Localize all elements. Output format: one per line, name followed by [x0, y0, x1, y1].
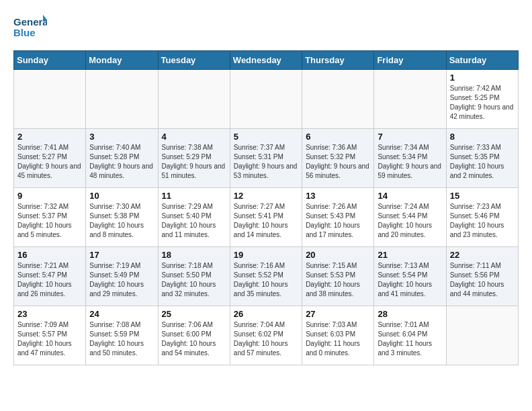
calendar-cell [158, 70, 230, 129]
svg-text:Blue: Blue [13, 27, 36, 38]
calendar-cell: 6Sunrise: 7:36 AM Sunset: 5:32 PM Daylig… [302, 129, 374, 188]
weekday-header-saturday: Saturday [446, 51, 518, 70]
calendar-cell: 8Sunrise: 7:33 AM Sunset: 5:35 PM Daylig… [446, 129, 518, 188]
day-number: 9 [17, 191, 82, 201]
day-number: 18 [162, 250, 226, 260]
day-number: 20 [306, 250, 370, 260]
calendar-cell: 2Sunrise: 7:41 AM Sunset: 5:27 PM Daylig… [14, 129, 86, 188]
calendar-cell: 7Sunrise: 7:34 AM Sunset: 5:34 PM Daylig… [374, 129, 446, 188]
calendar-cell [230, 70, 302, 129]
calendar-cell: 21Sunrise: 7:13 AM Sunset: 5:54 PM Dayli… [374, 247, 446, 306]
day-info: Sunrise: 7:34 AM Sunset: 5:34 PM Dayligh… [378, 143, 442, 181]
calendar-cell: 3Sunrise: 7:40 AM Sunset: 5:28 PM Daylig… [86, 129, 158, 188]
day-info: Sunrise: 7:30 AM Sunset: 5:38 PM Dayligh… [89, 202, 154, 240]
day-number: 3 [89, 132, 154, 142]
day-number: 15 [450, 191, 515, 201]
calendar-cell: 22Sunrise: 7:11 AM Sunset: 5:56 PM Dayli… [446, 247, 518, 306]
day-number: 12 [234, 191, 298, 201]
svg-text:General: General [13, 16, 47, 28]
calendar-cell [374, 70, 446, 129]
day-info: Sunrise: 7:24 AM Sunset: 5:44 PM Dayligh… [378, 202, 442, 240]
logo-svg: General Blue [13, 13, 47, 44]
day-number: 16 [17, 250, 82, 260]
calendar-cell: 5Sunrise: 7:37 AM Sunset: 5:31 PM Daylig… [230, 129, 302, 188]
day-number: 14 [378, 191, 442, 201]
day-info: Sunrise: 7:41 AM Sunset: 5:27 PM Dayligh… [17, 143, 82, 181]
day-number: 4 [162, 132, 226, 142]
calendar-week-row: 2Sunrise: 7:41 AM Sunset: 5:27 PM Daylig… [14, 129, 519, 188]
header: General Blue [13, 13, 519, 44]
calendar-cell: 27Sunrise: 7:03 AM Sunset: 6:03 PM Dayli… [302, 306, 374, 365]
day-info: Sunrise: 7:38 AM Sunset: 5:29 PM Dayligh… [162, 143, 226, 181]
calendar-table: SundayMondayTuesdayWednesdayThursdayFrid… [13, 50, 519, 365]
calendar-cell: 23Sunrise: 7:09 AM Sunset: 5:57 PM Dayli… [14, 306, 86, 365]
weekday-header-sunday: Sunday [14, 51, 86, 70]
calendar-cell: 24Sunrise: 7:08 AM Sunset: 5:59 PM Dayli… [86, 306, 158, 365]
calendar-cell: 10Sunrise: 7:30 AM Sunset: 5:38 PM Dayli… [86, 188, 158, 247]
day-info: Sunrise: 7:21 AM Sunset: 5:47 PM Dayligh… [17, 261, 82, 299]
day-number: 1 [450, 73, 515, 83]
day-info: Sunrise: 7:32 AM Sunset: 5:37 PM Dayligh… [17, 202, 82, 240]
weekday-header-monday: Monday [86, 51, 158, 70]
calendar-cell: 19Sunrise: 7:16 AM Sunset: 5:52 PM Dayli… [230, 247, 302, 306]
day-info: Sunrise: 7:23 AM Sunset: 5:46 PM Dayligh… [450, 202, 515, 240]
calendar-cell [86, 70, 158, 129]
day-number: 13 [306, 191, 370, 201]
calendar-cell: 26Sunrise: 7:04 AM Sunset: 6:02 PM Dayli… [230, 306, 302, 365]
calendar-week-row: 16Sunrise: 7:21 AM Sunset: 5:47 PM Dayli… [14, 247, 519, 306]
day-info: Sunrise: 7:04 AM Sunset: 6:02 PM Dayligh… [234, 320, 298, 358]
day-number: 19 [234, 250, 298, 260]
calendar-cell [14, 70, 86, 129]
day-number: 7 [378, 132, 442, 142]
day-info: Sunrise: 7:27 AM Sunset: 5:41 PM Dayligh… [234, 202, 298, 240]
calendar-cell: 15Sunrise: 7:23 AM Sunset: 5:46 PM Dayli… [446, 188, 518, 247]
day-number: 26 [234, 309, 298, 319]
day-info: Sunrise: 7:29 AM Sunset: 5:40 PM Dayligh… [162, 202, 226, 240]
calendar-cell: 11Sunrise: 7:29 AM Sunset: 5:40 PM Dayli… [158, 188, 230, 247]
calendar-week-row: 9Sunrise: 7:32 AM Sunset: 5:37 PM Daylig… [14, 188, 519, 247]
day-number: 25 [162, 309, 226, 319]
day-info: Sunrise: 7:18 AM Sunset: 5:50 PM Dayligh… [162, 261, 226, 299]
calendar-cell: 25Sunrise: 7:06 AM Sunset: 6:00 PM Dayli… [158, 306, 230, 365]
day-number: 8 [450, 132, 515, 142]
day-number: 24 [89, 309, 154, 319]
day-info: Sunrise: 7:15 AM Sunset: 5:53 PM Dayligh… [306, 261, 370, 299]
calendar-cell: 12Sunrise: 7:27 AM Sunset: 5:41 PM Dayli… [230, 188, 302, 247]
calendar-cell: 17Sunrise: 7:19 AM Sunset: 5:49 PM Dayli… [86, 247, 158, 306]
day-info: Sunrise: 7:42 AM Sunset: 5:25 PM Dayligh… [450, 84, 515, 122]
day-number: 27 [306, 309, 370, 319]
calendar-cell: 4Sunrise: 7:38 AM Sunset: 5:29 PM Daylig… [158, 129, 230, 188]
calendar-cell [446, 306, 518, 365]
calendar-cell: 20Sunrise: 7:15 AM Sunset: 5:53 PM Dayli… [302, 247, 374, 306]
day-info: Sunrise: 7:09 AM Sunset: 5:57 PM Dayligh… [17, 320, 82, 358]
calendar-cell: 9Sunrise: 7:32 AM Sunset: 5:37 PM Daylig… [14, 188, 86, 247]
weekday-header-row: SundayMondayTuesdayWednesdayThursdayFrid… [14, 51, 519, 70]
calendar-cell: 18Sunrise: 7:18 AM Sunset: 5:50 PM Dayli… [158, 247, 230, 306]
day-info: Sunrise: 7:19 AM Sunset: 5:49 PM Dayligh… [89, 261, 154, 299]
calendar-cell: 13Sunrise: 7:26 AM Sunset: 5:43 PM Dayli… [302, 188, 374, 247]
day-number: 6 [306, 132, 370, 142]
calendar-cell [302, 70, 374, 129]
day-info: Sunrise: 7:33 AM Sunset: 5:35 PM Dayligh… [450, 143, 515, 181]
day-number: 22 [450, 250, 515, 260]
day-info: Sunrise: 7:06 AM Sunset: 6:00 PM Dayligh… [162, 320, 226, 358]
day-info: Sunrise: 7:37 AM Sunset: 5:31 PM Dayligh… [234, 143, 298, 181]
day-number: 11 [162, 191, 226, 201]
logo: General Blue [13, 13, 47, 44]
day-info: Sunrise: 7:03 AM Sunset: 6:03 PM Dayligh… [306, 320, 370, 358]
day-info: Sunrise: 7:16 AM Sunset: 5:52 PM Dayligh… [234, 261, 298, 299]
weekday-header-thursday: Thursday [302, 51, 374, 70]
day-number: 2 [17, 132, 82, 142]
day-info: Sunrise: 7:40 AM Sunset: 5:28 PM Dayligh… [89, 143, 154, 181]
weekday-header-friday: Friday [374, 51, 446, 70]
day-number: 17 [89, 250, 154, 260]
weekday-header-tuesday: Tuesday [158, 51, 230, 70]
day-number: 23 [17, 309, 82, 319]
day-number: 28 [378, 309, 442, 319]
weekday-header-wednesday: Wednesday [230, 51, 302, 70]
calendar-week-row: 23Sunrise: 7:09 AM Sunset: 5:57 PM Dayli… [14, 306, 519, 365]
calendar-week-row: 1Sunrise: 7:42 AM Sunset: 5:25 PM Daylig… [14, 70, 519, 129]
calendar-cell: 16Sunrise: 7:21 AM Sunset: 5:47 PM Dayli… [14, 247, 86, 306]
day-info: Sunrise: 7:26 AM Sunset: 5:43 PM Dayligh… [306, 202, 370, 240]
day-number: 21 [378, 250, 442, 260]
